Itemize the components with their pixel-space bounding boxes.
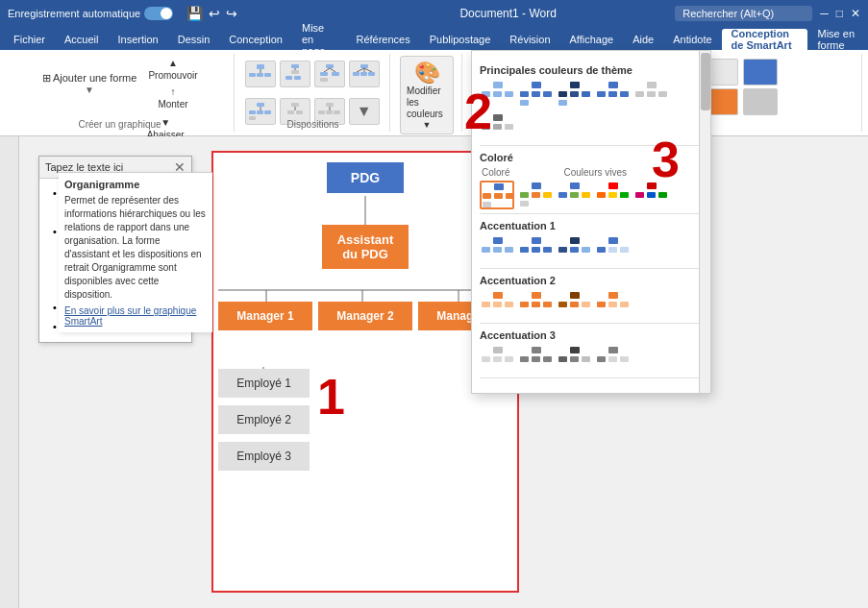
acc2-opt-4[interactable] bbox=[595, 290, 630, 319]
svg-rect-55 bbox=[558, 91, 567, 97]
tab-revision[interactable]: Révision bbox=[500, 29, 559, 50]
autosave-label: Enregistrement automatique bbox=[8, 8, 140, 19]
svg-rect-21 bbox=[360, 72, 367, 76]
org-description-link[interactable]: En savoir plus sur le graphique SmartArt bbox=[64, 305, 196, 327]
style-item-12[interactable] bbox=[743, 88, 778, 115]
scrollbar-thumb[interactable] bbox=[701, 53, 710, 110]
manager1-box: Manager 1 bbox=[218, 302, 312, 330]
acc2-opt-3[interactable] bbox=[557, 290, 591, 319]
close-icon[interactable]: ✕ bbox=[851, 7, 860, 20]
svg-rect-53 bbox=[520, 100, 529, 106]
employe3-box: Employé 3 bbox=[218, 442, 310, 471]
svg-rect-23 bbox=[257, 103, 264, 107]
svg-rect-99 bbox=[532, 247, 540, 253]
svg-rect-76 bbox=[532, 182, 541, 189]
svg-rect-29 bbox=[291, 103, 299, 107]
tab-conception[interactable]: Conception bbox=[219, 29, 292, 50]
modify-colors-content: 🎨 Modifier lescouleurs ▼ bbox=[400, 56, 454, 134]
svg-rect-125 bbox=[493, 347, 503, 353]
acc1-opt-1[interactable] bbox=[480, 235, 514, 264]
title-bar-right: Rechercher (Alt+Q) ─ □ ✕ bbox=[675, 6, 860, 21]
svg-rect-103 bbox=[570, 247, 579, 253]
tab-fichier[interactable]: Fichier bbox=[4, 29, 55, 50]
monter-button[interactable]: ↑Monter bbox=[144, 85, 201, 111]
save-icon[interactable]: 💾 bbox=[186, 6, 203, 21]
disp-icon-3[interactable] bbox=[314, 61, 345, 87]
tab-mise-en-page[interactable]: Mise en page bbox=[292, 29, 346, 50]
acc1-opt-4[interactable] bbox=[595, 235, 630, 264]
svg-rect-44 bbox=[493, 82, 503, 88]
disp-icon-4[interactable] bbox=[349, 61, 380, 87]
toggle-switch[interactable] bbox=[144, 7, 173, 20]
tab-references[interactable]: Références bbox=[346, 29, 419, 50]
acc3-opt-3[interactable] bbox=[557, 345, 591, 374]
svg-rect-114 bbox=[520, 302, 529, 307]
undo-icon[interactable]: ↩ bbox=[209, 6, 220, 21]
color-opt-mono-3[interactable] bbox=[557, 80, 591, 109]
color-opt-vives-1[interactable] bbox=[595, 181, 630, 209]
color-opt-mono-2[interactable] bbox=[518, 80, 553, 109]
color-opt-mono-4[interactable] bbox=[595, 80, 630, 109]
svg-rect-83 bbox=[570, 192, 579, 198]
acc1-opt-2[interactable] bbox=[518, 235, 553, 264]
color-opt-colore-selected[interactable] bbox=[480, 181, 514, 209]
acc2-opt-1[interactable] bbox=[480, 290, 514, 319]
tab-accueil[interactable]: Accueil bbox=[55, 29, 108, 50]
maximize-icon[interactable]: □ bbox=[836, 7, 843, 20]
tab-dessin[interactable]: Dessin bbox=[168, 29, 220, 50]
autosave-toggle[interactable]: Enregistrement automatique bbox=[8, 7, 173, 20]
color-opt-colore-3[interactable] bbox=[557, 181, 591, 209]
redo-icon[interactable]: ↪ bbox=[226, 6, 237, 21]
style-item-6[interactable] bbox=[743, 59, 778, 85]
svg-rect-107 bbox=[608, 247, 617, 253]
recolor-row[interactable]: 🖼️ Recolorer les images du graphique Sma… bbox=[480, 382, 703, 385]
number-2-label: 2 bbox=[464, 86, 492, 136]
tab-aide[interactable]: Aide bbox=[623, 29, 663, 50]
accentuation3-row bbox=[480, 345, 703, 374]
promouvoir-button[interactable]: ▲Promouvoir bbox=[144, 56, 201, 83]
accentuation2-row bbox=[480, 290, 703, 319]
minimize-icon[interactable]: ─ bbox=[820, 7, 829, 20]
svg-rect-91 bbox=[647, 192, 656, 198]
number-1-label: 1 bbox=[317, 372, 345, 422]
svg-rect-138 bbox=[597, 356, 606, 362]
color-opt-mono-5[interactable] bbox=[633, 80, 668, 109]
acc1-opt-3[interactable] bbox=[557, 235, 591, 264]
dropdown-scrollbar[interactable] bbox=[699, 51, 710, 393]
tab-affichage[interactable]: Affichage bbox=[560, 29, 624, 50]
svg-rect-0 bbox=[257, 64, 264, 69]
acc3-opt-2[interactable] bbox=[518, 345, 553, 374]
section-accentuation3: Accentuation 3 bbox=[480, 329, 703, 341]
tab-conception-smartart[interactable]: Conception de SmartArt bbox=[722, 29, 808, 50]
section-divider-3 bbox=[480, 268, 703, 269]
svg-rect-140 bbox=[620, 356, 629, 362]
section-principales-couleurs: Principales couleurs de thème bbox=[480, 64, 703, 76]
svg-rect-56 bbox=[570, 91, 579, 97]
disp-icon-1[interactable] bbox=[245, 61, 276, 87]
svg-rect-5 bbox=[291, 64, 299, 68]
disp-icon-2[interactable] bbox=[280, 61, 310, 87]
acc2-opt-2[interactable] bbox=[518, 290, 553, 319]
color-opt-colore-2[interactable] bbox=[518, 181, 553, 209]
search-bar[interactable]: Rechercher (Alt+Q) bbox=[675, 6, 812, 21]
svg-rect-8 bbox=[285, 76, 292, 80]
tab-insertion[interactable]: Insertion bbox=[108, 29, 167, 50]
ribbon-group-creer-graphique: ⊞ Ajouter une forme ▼ ▲Promouvoir ↑Monte… bbox=[6, 54, 235, 132]
ajouter-forme-button[interactable]: ⊞ Ajouter une forme ▼ bbox=[38, 70, 141, 97]
toggle-knob bbox=[161, 8, 172, 19]
tab-mise-en-forme[interactable]: Mise en forme bbox=[807, 29, 864, 50]
tab-antidote[interactable]: Antidote bbox=[663, 29, 721, 50]
svg-rect-10 bbox=[326, 64, 334, 68]
svg-rect-61 bbox=[608, 91, 617, 97]
svg-rect-90 bbox=[635, 192, 644, 198]
dropdown-scroll[interactable]: Principales couleurs de thème bbox=[480, 59, 703, 385]
acc3-opt-4[interactable] bbox=[595, 345, 630, 374]
svg-rect-86 bbox=[597, 192, 606, 198]
svg-rect-84 bbox=[582, 192, 590, 198]
svg-rect-60 bbox=[597, 91, 606, 97]
svg-rect-137 bbox=[608, 347, 618, 353]
modifier-couleurs-button[interactable]: 🎨 Modifier lescouleurs ▼ bbox=[400, 56, 454, 134]
svg-rect-26 bbox=[257, 110, 263, 114]
tab-publipostage[interactable]: Publipostage bbox=[420, 29, 501, 50]
acc3-opt-1[interactable] bbox=[480, 345, 514, 374]
